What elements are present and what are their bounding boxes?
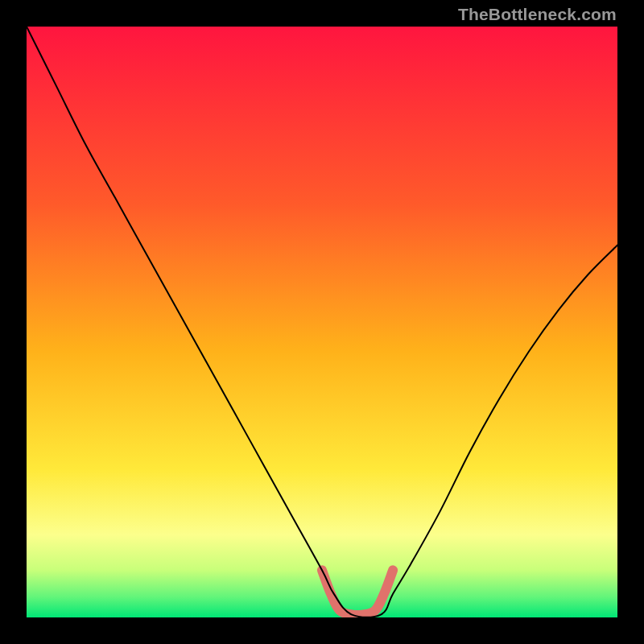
chart-frame: TheBottleneck.com <box>0 0 644 644</box>
watermark-text: TheBottleneck.com <box>458 5 617 24</box>
plot-area <box>27 27 617 617</box>
bottleneck-curve <box>27 27 617 617</box>
curve-layer <box>27 27 617 617</box>
